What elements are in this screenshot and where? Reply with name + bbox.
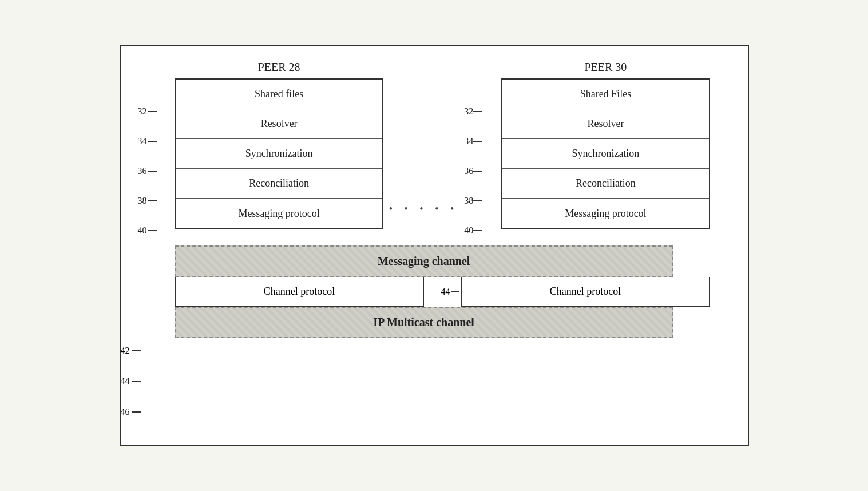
right-layer-messaging-protocol: Messaging protocol	[502, 199, 708, 228]
left-num-32: 32	[138, 97, 175, 126]
label-44: 44	[121, 366, 141, 396]
right-layer-resolver: Resolver	[502, 109, 708, 139]
left-layer-resolver: Resolver	[176, 109, 382, 139]
diagram-wrapper: 32 34 36 38 40	[0, 0, 868, 491]
dots-area: • • • • •	[383, 58, 465, 246]
left-layer-shared-files: Shared files	[176, 80, 382, 109]
ip-multicast-area: IP Multicast channel	[175, 307, 710, 338]
dots-symbol: • • • • •	[389, 203, 459, 215]
right-num-42-spacer	[673, 246, 710, 277]
right-num-38: 38	[464, 186, 501, 216]
left-num-38: 38	[138, 186, 175, 216]
label-42: 42	[121, 335, 141, 366]
right-num-32: 32	[464, 97, 501, 126]
right-num-46	[673, 307, 710, 338]
bottom-left-labels: 42 44 46	[121, 335, 141, 427]
full-layout: 32 34 36 38 40	[138, 58, 710, 338]
left-num-34: 34	[138, 126, 175, 156]
ip-multicast-channel-row: IP Multicast channel	[175, 307, 673, 338]
peer-right-box: Shared Files Resolver Synchronization Re…	[501, 78, 710, 229]
bottom-section: Messaging channel Channel protocol 44	[175, 246, 710, 338]
right-layer-reconciliation: Reconciliation	[502, 169, 708, 199]
peer-left-box: Shared files Resolver Synchronization Re…	[175, 78, 383, 229]
right-number-col: 32 34 36 38 40	[464, 58, 501, 246]
left-layer-reconciliation: Reconciliation	[176, 169, 382, 199]
right-num-40: 40	[464, 216, 501, 246]
ip-multicast-label: IP Multicast channel	[373, 316, 474, 329]
left-channel-protocol: Channel protocol	[175, 277, 424, 307]
right-layer-shared-files: Shared Files	[502, 80, 708, 109]
messaging-channel-row: Messaging channel	[175, 246, 673, 277]
left-layer-messaging-protocol: Messaging protocol	[176, 199, 382, 228]
channel-protocol-area: Channel protocol 44 Channel protocol	[175, 277, 710, 307]
right-num-36: 36	[464, 156, 501, 186]
outer-box: 32 34 36 38 40	[120, 45, 749, 446]
right-num-44: 44	[441, 277, 461, 307]
peer-right-title: PEER 30	[501, 58, 710, 74]
left-num-40: 40	[138, 216, 175, 246]
peer-right-col: PEER 30 Shared Files Resolver Synchroniz…	[501, 58, 710, 246]
peer-left-col: PEER 28 Shared files Resolver Synchroniz…	[175, 58, 383, 246]
left-num-36: 36	[138, 156, 175, 186]
label-46: 46	[121, 396, 141, 427]
peer-left-title: PEER 28	[175, 58, 383, 74]
right-layer-synchronization: Synchronization	[502, 139, 708, 169]
left-number-col: 32 34 36 38 40	[138, 58, 175, 246]
right-num-34: 34	[464, 126, 501, 156]
right-channel-protocol: Channel protocol	[461, 277, 710, 307]
messaging-channel-label: Messaging channel	[378, 255, 470, 268]
channel-dots	[424, 277, 441, 307]
left-layer-synchronization: Synchronization	[176, 139, 382, 169]
top-area: 32 34 36 38 40	[138, 58, 710, 246]
